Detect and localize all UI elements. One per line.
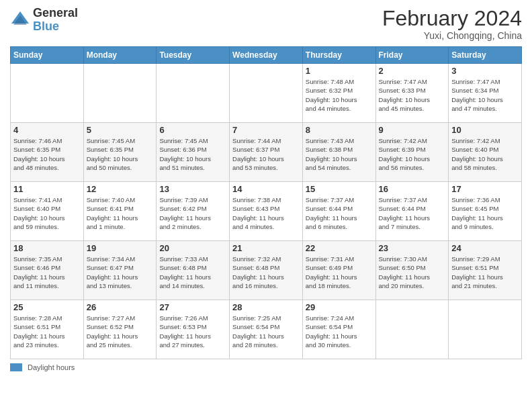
calendar-cell: 19Sunrise: 7:34 AMSunset: 6:47 PMDayligh… xyxy=(83,241,157,300)
day-number: 3 xyxy=(451,66,519,76)
calendar-cell: 24Sunrise: 7:29 AMSunset: 6:51 PMDayligh… xyxy=(449,241,522,300)
day-number: 29 xyxy=(306,302,373,312)
calendar-week-5: 25Sunrise: 7:28 AMSunset: 6:51 PMDayligh… xyxy=(11,300,522,359)
day-number: 17 xyxy=(451,184,519,194)
day-number: 2 xyxy=(379,66,446,76)
day-number: 13 xyxy=(159,184,226,194)
day-info: Sunrise: 7:37 AMSunset: 6:44 PMDaylight:… xyxy=(379,195,446,231)
day-info: Sunrise: 7:26 AMSunset: 6:53 PMDaylight:… xyxy=(159,314,226,349)
calendar-table: SundayMondayTuesdayWednesdayThursdayFrid… xyxy=(10,46,522,359)
day-info: Sunrise: 7:38 AMSunset: 6:43 PMDaylight:… xyxy=(232,195,300,231)
calendar-cell: 12Sunrise: 7:40 AMSunset: 6:41 PMDayligh… xyxy=(83,182,157,241)
calendar-cell xyxy=(157,64,230,123)
logo-general: General xyxy=(33,7,78,20)
day-number: 12 xyxy=(87,184,154,194)
day-number: 24 xyxy=(451,243,519,253)
logo: General Blue xyxy=(10,7,78,34)
calendar-cell: 26Sunrise: 7:27 AMSunset: 6:52 PMDayligh… xyxy=(83,300,157,359)
day-info: Sunrise: 7:31 AMSunset: 6:49 PMDaylight:… xyxy=(306,255,373,290)
day-info: Sunrise: 7:29 AMSunset: 6:51 PMDaylight:… xyxy=(451,255,519,290)
logo-icon xyxy=(10,10,30,30)
day-number: 20 xyxy=(159,243,226,253)
day-number: 11 xyxy=(13,184,81,194)
day-info: Sunrise: 7:28 AMSunset: 6:51 PMDaylight:… xyxy=(13,314,81,349)
day-number: 7 xyxy=(232,125,300,135)
day-number: 18 xyxy=(13,243,81,253)
calendar-cell: 16Sunrise: 7:37 AMSunset: 6:44 PMDayligh… xyxy=(375,182,449,241)
calendar-cell: 14Sunrise: 7:38 AMSunset: 6:43 PMDayligh… xyxy=(230,182,303,241)
weekday-header-thursday: Thursday xyxy=(302,47,375,64)
day-info: Sunrise: 7:27 AMSunset: 6:52 PMDaylight:… xyxy=(87,314,154,349)
legend: Daylight hours xyxy=(10,363,522,371)
day-number: 9 xyxy=(379,125,446,135)
day-info: Sunrise: 7:24 AMSunset: 6:54 PMDaylight:… xyxy=(306,314,373,349)
day-info: Sunrise: 7:36 AMSunset: 6:45 PMDaylight:… xyxy=(451,195,519,231)
calendar-cell: 8Sunrise: 7:43 AMSunset: 6:38 PMDaylight… xyxy=(302,123,375,182)
day-info: Sunrise: 7:35 AMSunset: 6:46 PMDaylight:… xyxy=(13,255,81,290)
legend-label: Daylight hours xyxy=(28,363,75,371)
day-number: 1 xyxy=(306,66,373,76)
calendar-week-2: 4Sunrise: 7:46 AMSunset: 6:35 PMDaylight… xyxy=(11,123,522,182)
day-info: Sunrise: 7:37 AMSunset: 6:44 PMDaylight:… xyxy=(306,195,373,231)
location: Yuxi, Chongqing, China xyxy=(382,30,522,41)
logo-blue: Blue xyxy=(33,20,78,34)
calendar-week-1: 1Sunrise: 7:48 AMSunset: 6:32 PMDaylight… xyxy=(11,64,522,123)
calendar-week-3: 11Sunrise: 7:41 AMSunset: 6:40 PMDayligh… xyxy=(11,182,522,241)
day-number: 4 xyxy=(13,125,81,135)
calendar-cell: 9Sunrise: 7:42 AMSunset: 6:39 PMDaylight… xyxy=(375,123,449,182)
month-title: February 2024 xyxy=(382,7,522,30)
day-number: 26 xyxy=(87,302,154,312)
day-info: Sunrise: 7:45 AMSunset: 6:35 PMDaylight:… xyxy=(87,136,154,172)
calendar-cell: 29Sunrise: 7:24 AMSunset: 6:54 PMDayligh… xyxy=(302,300,375,359)
calendar-cell xyxy=(375,300,449,359)
calendar-cell: 21Sunrise: 7:32 AMSunset: 6:48 PMDayligh… xyxy=(230,241,303,300)
calendar-week-4: 18Sunrise: 7:35 AMSunset: 6:46 PMDayligh… xyxy=(11,241,522,300)
calendar-cell: 15Sunrise: 7:37 AMSunset: 6:44 PMDayligh… xyxy=(302,182,375,241)
day-info: Sunrise: 7:41 AMSunset: 6:40 PMDaylight:… xyxy=(13,195,81,231)
calendar-cell: 3Sunrise: 7:47 AMSunset: 6:34 PMDaylight… xyxy=(449,64,522,123)
weekday-header-monday: Monday xyxy=(83,47,157,64)
day-info: Sunrise: 7:48 AMSunset: 6:32 PMDaylight:… xyxy=(306,77,373,113)
header: General Blue February 2024 Yuxi, Chongqi… xyxy=(10,7,522,41)
calendar-cell: 4Sunrise: 7:46 AMSunset: 6:35 PMDaylight… xyxy=(11,123,84,182)
calendar-cell: 7Sunrise: 7:44 AMSunset: 6:37 PMDaylight… xyxy=(230,123,303,182)
calendar-cell: 5Sunrise: 7:45 AMSunset: 6:35 PMDaylight… xyxy=(83,123,157,182)
calendar-cell: 10Sunrise: 7:42 AMSunset: 6:40 PMDayligh… xyxy=(449,123,522,182)
weekday-header-tuesday: Tuesday xyxy=(157,47,230,64)
day-info: Sunrise: 7:40 AMSunset: 6:41 PMDaylight:… xyxy=(87,195,154,231)
day-info: Sunrise: 7:33 AMSunset: 6:48 PMDaylight:… xyxy=(159,255,226,290)
calendar-cell: 20Sunrise: 7:33 AMSunset: 6:48 PMDayligh… xyxy=(157,241,230,300)
day-info: Sunrise: 7:30 AMSunset: 6:50 PMDaylight:… xyxy=(379,255,446,290)
day-info: Sunrise: 7:39 AMSunset: 6:42 PMDaylight:… xyxy=(159,195,226,231)
day-number: 21 xyxy=(232,243,300,253)
weekday-header-sunday: Sunday xyxy=(11,47,84,64)
day-info: Sunrise: 7:45 AMSunset: 6:36 PMDaylight:… xyxy=(159,136,226,172)
calendar-cell: 17Sunrise: 7:36 AMSunset: 6:45 PMDayligh… xyxy=(449,182,522,241)
page: General Blue February 2024 Yuxi, Chongqi… xyxy=(0,0,532,411)
day-number: 15 xyxy=(306,184,373,194)
day-number: 8 xyxy=(306,125,373,135)
calendar-cell: 18Sunrise: 7:35 AMSunset: 6:46 PMDayligh… xyxy=(11,241,84,300)
legend-color xyxy=(10,363,22,371)
weekday-header-wednesday: Wednesday xyxy=(230,47,303,64)
day-number: 19 xyxy=(87,243,154,253)
day-info: Sunrise: 7:47 AMSunset: 6:33 PMDaylight:… xyxy=(379,77,446,113)
day-info: Sunrise: 7:42 AMSunset: 6:39 PMDaylight:… xyxy=(379,136,446,172)
day-info: Sunrise: 7:34 AMSunset: 6:47 PMDaylight:… xyxy=(87,255,154,290)
day-number: 5 xyxy=(87,125,154,135)
day-number: 25 xyxy=(13,302,81,312)
day-number: 10 xyxy=(451,125,519,135)
calendar-cell xyxy=(449,300,522,359)
weekday-header-saturday: Saturday xyxy=(449,47,522,64)
day-info: Sunrise: 7:32 AMSunset: 6:48 PMDaylight:… xyxy=(232,255,300,290)
day-info: Sunrise: 7:47 AMSunset: 6:34 PMDaylight:… xyxy=(451,77,519,113)
day-number: 23 xyxy=(379,243,446,253)
logo-text: General Blue xyxy=(33,7,78,34)
title-block: February 2024 Yuxi, Chongqing, China xyxy=(382,7,522,41)
day-info: Sunrise: 7:44 AMSunset: 6:37 PMDaylight:… xyxy=(232,136,300,172)
calendar-cell xyxy=(83,64,157,123)
calendar-cell: 27Sunrise: 7:26 AMSunset: 6:53 PMDayligh… xyxy=(157,300,230,359)
calendar-cell: 1Sunrise: 7:48 AMSunset: 6:32 PMDaylight… xyxy=(302,64,375,123)
day-info: Sunrise: 7:25 AMSunset: 6:54 PMDaylight:… xyxy=(232,314,300,349)
day-number: 27 xyxy=(159,302,226,312)
